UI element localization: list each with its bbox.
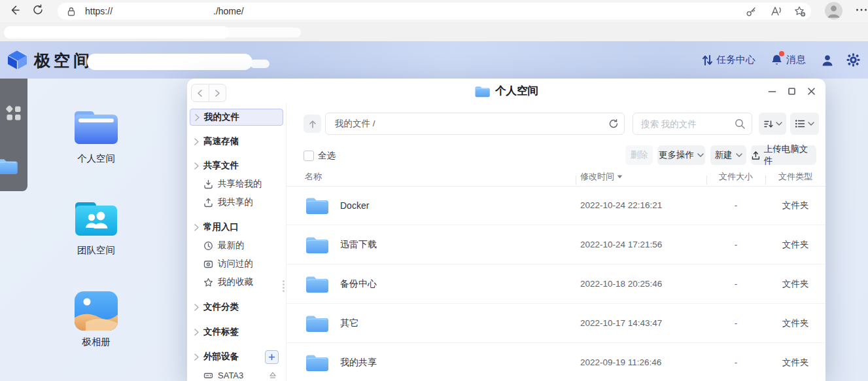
dock-folder-icon[interactable]: [0, 157, 18, 175]
chevron-right-icon: [194, 304, 200, 311]
sidebar-item-label: SATA3: [218, 371, 243, 380]
password-key-icon[interactable]: [746, 6, 757, 17]
window-title: 个人空间: [495, 84, 538, 98]
desktop-icon-team-space[interactable]: 团队空间: [62, 199, 130, 257]
sidebar-item-my-files[interactable]: 我的文件: [190, 109, 283, 126]
add-favorite-icon[interactable]: [794, 6, 806, 17]
sort-desc-icon: [617, 175, 623, 179]
column-header-size[interactable]: 文件大小: [706, 171, 765, 183]
add-device-button[interactable]: [265, 350, 279, 364]
new-button[interactable]: 新建: [710, 145, 746, 165]
drive-icon: [203, 371, 213, 380]
app-launcher-icon[interactable]: [5, 105, 22, 122]
more-actions-button[interactable]: 更多操作: [657, 145, 705, 165]
blurred-device-tail: [250, 60, 269, 68]
sidebar-item-latest[interactable]: 最新的: [187, 236, 286, 255]
table-row[interactable]: 备份中心 2022-10-18 20:25:46 - 文件夹: [286, 264, 825, 304]
file-mtime: 2022-09-19 11:26:46: [576, 357, 706, 367]
sidebar-item-sata3[interactable]: SATA3: [187, 366, 286, 381]
nav-forward-icon[interactable]: [209, 84, 226, 101]
blurred-bookmark-tail: [222, 27, 301, 37]
upload-icon: [751, 151, 761, 160]
chevron-down-icon: [808, 121, 814, 126]
eject-icon[interactable]: [269, 371, 277, 379]
star-icon: [203, 278, 213, 287]
sidebar-item-label: 常用入口: [203, 221, 239, 233]
blurred-device-name: [87, 54, 252, 70]
sidebar-item-file-categories[interactable]: 文件分类: [187, 298, 286, 316]
arrow-up-icon: [308, 119, 317, 129]
browser-back-icon[interactable]: [9, 4, 21, 16]
minimize-icon[interactable]: [767, 86, 777, 96]
url-prefix: https://: [85, 6, 113, 16]
file-size: -: [706, 240, 765, 249]
delete-button[interactable]: 删除: [625, 145, 653, 165]
sort-button[interactable]: [759, 113, 786, 135]
window-title-folder-icon: [474, 85, 490, 98]
path-input[interactable]: [325, 113, 625, 135]
url-path: ./home/: [213, 6, 244, 16]
chevron-right-icon: [194, 224, 200, 231]
desktop-icon-personal-space[interactable]: 个人空间: [62, 107, 130, 165]
table-row[interactable]: 我的共享 2022-09-19 11:26:46 - 文件夹: [286, 343, 825, 381]
chevron-down-icon: [736, 153, 742, 158]
file-type: 文件夹: [765, 278, 825, 290]
read-aloud-icon[interactable]: [771, 6, 782, 16]
nav-back-icon[interactable]: [192, 84, 209, 101]
sidebar-resize-handle[interactable]: [283, 279, 285, 293]
sidebar-item-label: 高速存储: [203, 136, 239, 147]
messages-label: 消息: [786, 54, 806, 66]
browser-profile-avatar[interactable]: [825, 2, 842, 20]
desktop-icon-label: 团队空间: [62, 244, 130, 257]
column-header-name[interactable]: 名称: [286, 171, 576, 183]
file-mtime: 2022-10-24 17:21:56: [576, 240, 706, 249]
lock-icon[interactable]: [67, 7, 76, 16]
sidebar-item-external-devices[interactable]: 外部设备: [187, 348, 286, 366]
column-header-mtime[interactable]: 修改时间: [576, 171, 706, 183]
refresh-icon[interactable]: [608, 118, 619, 129]
browser-refresh-icon[interactable]: [32, 4, 44, 16]
search-icon[interactable]: [735, 118, 746, 130]
sidebar-item-visited[interactable]: 访问过的: [187, 255, 286, 273]
file-type: 文件夹: [765, 239, 825, 251]
sidebar-item-high-speed-storage[interactable]: 高速存储: [187, 132, 286, 151]
close-icon[interactable]: [807, 86, 816, 96]
sidebar-item-shared-with-me[interactable]: 共享给我的: [187, 175, 286, 193]
messages-button[interactable]: 消息: [771, 54, 806, 66]
up-directory-button[interactable]: [304, 115, 321, 133]
settings-button[interactable]: [846, 53, 860, 67]
sidebar-item-file-tags[interactable]: 文件标签: [187, 323, 286, 341]
zspace-logo[interactable]: [5, 50, 29, 70]
sidebar-item-favorites[interactable]: 我的收藏: [187, 273, 286, 291]
address-bar[interactable]: https:// ./home/: [58, 3, 811, 20]
table-row[interactable]: 迅雷下载 2022-10-24 17:21:56 - 文件夹: [286, 225, 825, 264]
maximize-icon[interactable]: [787, 86, 797, 96]
view-mode-button[interactable]: [790, 113, 819, 135]
table-row[interactable]: 其它 2022-10-17 14:43:47 - 文件夹: [286, 304, 825, 343]
table-row[interactable]: Docker 2022-10-24 22:16:21 - 文件夹: [286, 186, 825, 225]
desktop-icon-label: 极相册: [62, 336, 130, 348]
sidebar-item-my-shares[interactable]: 我共享的: [187, 193, 286, 211]
upload-button[interactable]: 上传电脑文件: [751, 145, 816, 165]
window-sidebar: 我的文件 高速存储 共享文件 共享给我的 我共享的: [187, 103, 286, 381]
file-name: 我的共享: [340, 357, 377, 369]
select-all-checkbox[interactable]: [304, 151, 314, 161]
sidebar-item-common-entries[interactable]: 常用入口: [187, 218, 286, 236]
task-center-button[interactable]: 任务中心: [702, 54, 755, 66]
folder-icon: [305, 353, 328, 372]
notification-dot: [779, 51, 784, 56]
window-titlebar[interactable]: 个人空间: [187, 79, 825, 103]
sidebar-item-label: 共享给我的: [218, 178, 262, 190]
sidebar-item-shared-files[interactable]: 共享文件: [187, 156, 286, 175]
new-label: 新建: [715, 149, 733, 161]
account-button[interactable]: [821, 54, 834, 67]
desktop-icon-photo-album[interactable]: 极相册: [62, 291, 130, 348]
column-header-type[interactable]: 文件类型: [765, 171, 825, 183]
browser-menu-icon[interactable]: [856, 8, 867, 12]
select-all-label[interactable]: 全选: [318, 150, 336, 162]
search-input[interactable]: [633, 113, 752, 134]
sort-icon: [763, 119, 773, 129]
task-center-label: 任务中心: [716, 54, 755, 66]
sidebar-item-label: 我的文件: [204, 111, 239, 123]
share-in-icon: [203, 179, 213, 189]
